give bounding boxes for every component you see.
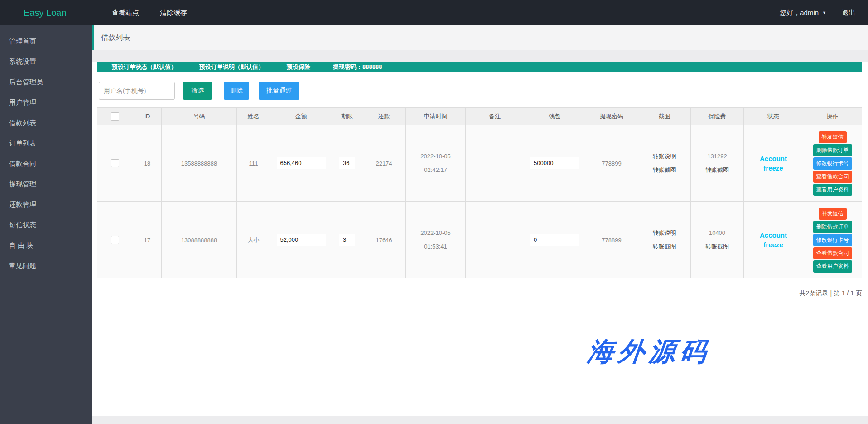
insurance-screenshot-link[interactable]: 转账截图 bbox=[691, 240, 743, 253]
brand-logo[interactable]: Easy Loan bbox=[0, 8, 92, 18]
preset-order-note-link[interactable]: 预设订单说明（默认值） bbox=[199, 62, 264, 72]
header-select-all bbox=[97, 108, 133, 125]
header-insurance-fee: 保险费 bbox=[691, 108, 744, 125]
resend-sms-button[interactable]: 补发短信 bbox=[819, 131, 847, 143]
cell-id: 17 bbox=[133, 202, 162, 278]
cell-name: 111 bbox=[237, 125, 270, 202]
page-title: 借款列表 bbox=[101, 33, 130, 43]
footer-strip bbox=[92, 416, 868, 424]
cell-withdraw-password: 778899 bbox=[585, 125, 638, 202]
view-loan-contract-button[interactable]: 查看借款合同 bbox=[813, 247, 852, 259]
cell-id: 18 bbox=[133, 125, 162, 202]
sidebar-item-free-block[interactable]: 自 由 块 bbox=[0, 235, 92, 255]
resend-sms-button[interactable]: 补发短信 bbox=[819, 208, 847, 220]
sidebar-item-loan-contract[interactable]: 借款合同 bbox=[0, 153, 92, 174]
loan-table: ID 号码 姓名 金额 期限 还款 申请时间 备注 钱包 提现密码 截图 保险费… bbox=[97, 107, 862, 278]
sidebar-item-loan-list[interactable]: 借款列表 bbox=[0, 112, 92, 133]
transfer-screenshot-link[interactable]: 转账截图 bbox=[638, 240, 690, 253]
header-screenshot: 截图 bbox=[638, 108, 691, 125]
search-input[interactable] bbox=[99, 82, 175, 100]
apply-date: 2022-10-05 bbox=[420, 229, 451, 236]
preset-insurance-link[interactable]: 预设保险 bbox=[287, 62, 310, 72]
insurance-fee-value: 131292 bbox=[691, 150, 743, 163]
logout-button[interactable]: 退出 bbox=[842, 9, 855, 17]
amount-editable-field[interactable]: 656,460 bbox=[277, 157, 326, 169]
navbar-links: 查看站点 清除缓存 bbox=[112, 9, 187, 17]
sidebar: 管理首页 系统设置 后台管理员 用户管理 借款列表 订单列表 借款合同 提现管理… bbox=[0, 25, 92, 424]
header-wallet: 钱包 bbox=[524, 108, 585, 125]
insurance-screenshot-link[interactable]: 转账截图 bbox=[691, 163, 743, 177]
sidebar-item-users[interactable]: 用户管理 bbox=[0, 92, 92, 112]
header-amount: 金额 bbox=[270, 108, 332, 125]
sidebar-item-order-list[interactable]: 订单列表 bbox=[0, 133, 92, 153]
user-greeting-label: 您好，admin bbox=[780, 9, 819, 17]
delete-loan-order-button[interactable]: 删除借款订单 bbox=[813, 221, 852, 233]
amount-editable-field[interactable]: 52,000 bbox=[277, 234, 326, 246]
sidebar-item-admins[interactable]: 后台管理员 bbox=[0, 72, 92, 92]
sidebar-item-faq[interactable]: 常见问题 bbox=[0, 255, 92, 276]
breadcrumb: 借款列表 bbox=[92, 25, 868, 50]
chevron-down-icon: ▼ bbox=[822, 10, 826, 15]
sidebar-item-sms-status[interactable]: 短信状态 bbox=[0, 214, 92, 235]
view-loan-contract-button[interactable]: 查看借款合同 bbox=[813, 171, 852, 183]
edit-bank-card-button[interactable]: 修改银行卡号 bbox=[813, 234, 852, 246]
view-user-profile-button[interactable]: 查看用户资料 bbox=[813, 184, 852, 196]
insurance-fee-value: 10400 bbox=[691, 226, 743, 240]
row-checkbox[interactable] bbox=[111, 159, 119, 167]
select-all-checkbox[interactable] bbox=[111, 112, 119, 121]
sidebar-item-dashboard[interactable]: 管理首页 bbox=[0, 31, 92, 51]
cell-name: 大小 bbox=[237, 202, 270, 278]
cell-note bbox=[466, 125, 524, 202]
preset-bar: 预设订单状态（默认值） 预设订单说明（默认值） 预设保险 提现密码：888888 bbox=[97, 62, 862, 72]
header-id: ID bbox=[133, 108, 162, 125]
header-repayment: 还款 bbox=[362, 108, 406, 125]
cell-phone: 13588888888 bbox=[162, 125, 237, 202]
wallet-editable-field[interactable]: 500000 bbox=[530, 157, 579, 169]
table-row: 17 13088888888 大小 52,000 3 17646 2022-10… bbox=[97, 202, 862, 278]
user-greeting-dropdown[interactable]: 您好，admin ▼ bbox=[780, 9, 826, 17]
cell-note bbox=[466, 202, 524, 278]
wallet-editable-field[interactable]: 0 bbox=[530, 234, 579, 246]
transfer-screenshot-link[interactable]: 转账截图 bbox=[638, 163, 690, 177]
transfer-note-link[interactable]: 转账说明 bbox=[638, 226, 690, 240]
cell-repayment: 22174 bbox=[362, 125, 406, 202]
status-badge: Account freeze bbox=[756, 154, 791, 173]
status-badge: Account freeze bbox=[756, 230, 791, 249]
filter-button[interactable]: 筛选 bbox=[183, 82, 212, 100]
filter-row: 筛选 删除 批量通过 bbox=[99, 82, 862, 100]
term-editable-field[interactable]: 3 bbox=[339, 234, 355, 246]
watermark-text: 海外源码 bbox=[586, 334, 713, 370]
header-note: 备注 bbox=[466, 108, 524, 125]
edit-bank-card-button[interactable]: 修改银行卡号 bbox=[813, 157, 852, 170]
delete-button[interactable]: 删除 bbox=[224, 82, 249, 100]
content-panel: 预设订单状态（默认值） 预设订单说明（默认值） 预设保险 提现密码：888888… bbox=[92, 62, 868, 416]
header-withdraw-password: 提现密码 bbox=[585, 108, 638, 125]
nav-link-clear-cache[interactable]: 清除缓存 bbox=[160, 9, 187, 17]
cell-withdraw-password: 778899 bbox=[585, 202, 638, 278]
table-header-row: ID 号码 姓名 金额 期限 还款 申请时间 备注 钱包 提现密码 截图 保险费… bbox=[97, 108, 862, 125]
header-status: 状态 bbox=[744, 108, 803, 125]
loan-table-wrap: ID 号码 姓名 金额 期限 还款 申请时间 备注 钱包 提现密码 截图 保险费… bbox=[97, 107, 862, 278]
term-editable-field[interactable]: 36 bbox=[339, 157, 355, 169]
withdraw-password-text: 提现密码：888888 bbox=[333, 62, 382, 72]
nav-link-view-site[interactable]: 查看站点 bbox=[112, 9, 139, 17]
header-phone: 号码 bbox=[162, 108, 237, 125]
table-row: 18 13588888888 111 656,460 36 22174 2022… bbox=[97, 125, 862, 202]
sidebar-item-system-settings[interactable]: 系统设置 bbox=[0, 51, 92, 72]
sidebar-item-repayment-mgmt[interactable]: 还款管理 bbox=[0, 194, 92, 214]
apply-time: 02:42:17 bbox=[424, 166, 447, 173]
header-name: 姓名 bbox=[237, 108, 270, 125]
delete-loan-order-button[interactable]: 删除借款订单 bbox=[813, 144, 852, 156]
navbar-right: 您好，admin ▼ 退出 bbox=[780, 9, 868, 17]
cell-repayment: 17646 bbox=[362, 202, 406, 278]
view-user-profile-button[interactable]: 查看用户资料 bbox=[813, 260, 852, 273]
apply-time: 01:53:41 bbox=[424, 243, 447, 250]
main-area: 借款列表 预设订单状态（默认值） 预设订单说明（默认值） 预设保险 提现密码：8… bbox=[92, 25, 868, 424]
transfer-note-link[interactable]: 转账说明 bbox=[638, 150, 690, 163]
row-checkbox[interactable] bbox=[111, 236, 119, 244]
header-term: 期限 bbox=[332, 108, 362, 125]
preset-order-status-link[interactable]: 预设订单状态（默认值） bbox=[112, 62, 177, 72]
pagination-summary: 共2条记录 | 第 1 / 1 页 bbox=[92, 289, 862, 297]
batch-approve-button[interactable]: 批量通过 bbox=[259, 82, 299, 100]
sidebar-item-withdraw-mgmt[interactable]: 提现管理 bbox=[0, 174, 92, 194]
